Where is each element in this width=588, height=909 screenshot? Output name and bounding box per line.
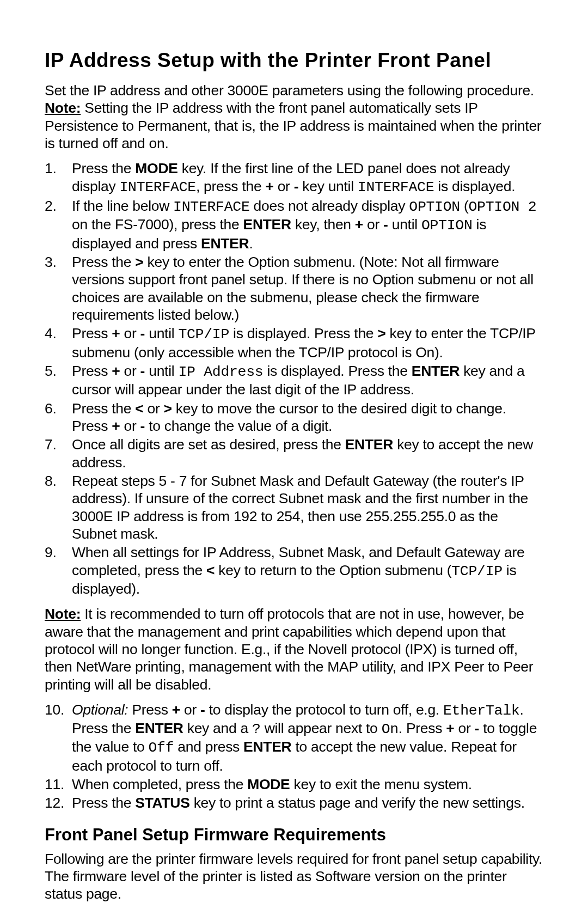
mid-note-text: It is recommended to turn off protocols … [45,606,533,692]
intro-note-label: Note: [45,100,81,116]
step-4: Press + or - until TCP/IP is displayed. … [45,325,543,361]
firmware-heading: Front Panel Setup Firmware Requirements [45,825,543,845]
step-9: When all settings for IP Address, Subnet… [45,544,543,597]
step-6: Press the < or > key to move the cursor … [45,400,543,435]
step-2: If the line below INTERFACE does not alr… [45,197,543,252]
step-1: Press the MODE key. If the first line of… [45,160,543,196]
step-7: Once all digits are set as desired, pres… [45,436,543,471]
step-5: Press + or - until IP Address is display… [45,362,543,399]
firmware-intro: Following are the printer firmware level… [45,850,543,903]
step-10: Optional: Press + or - to display the pr… [45,701,543,774]
page-title: IP Address Setup with the Printer Front … [45,49,543,72]
step-3: Press the > key to enter the Option subm… [45,253,543,324]
steps-list-1: Press the MODE key. If the first line of… [45,160,543,597]
intro-paragraph: Set the IP address and other 3000E param… [45,82,543,152]
mid-note-label: Note: [45,606,81,622]
intro-line1: Set the IP address and other 3000E param… [45,82,534,99]
step-8: Repeat steps 5 - 7 for Subnet Mask and D… [45,472,543,542]
step-11: When completed, press the MODE key to ex… [45,776,543,793]
steps-list-2: Optional: Press + or - to display the pr… [45,701,543,812]
intro-note-text: Setting the IP address with the front pa… [45,100,541,151]
step-12: Press the STATUS key to print a status p… [45,794,543,812]
mid-note-paragraph: Note: It is recommended to turn off prot… [45,605,543,693]
